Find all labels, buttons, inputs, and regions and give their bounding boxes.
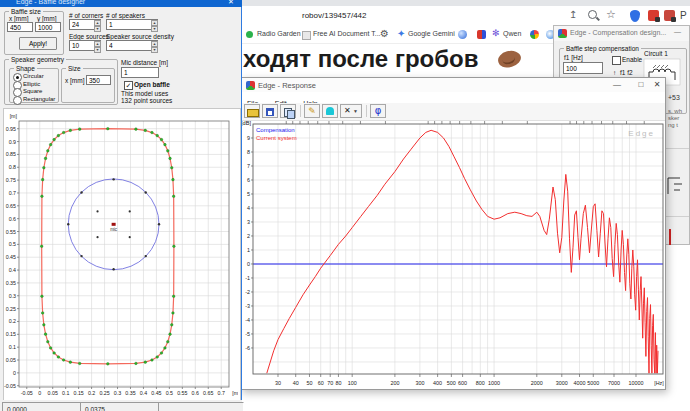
- baffle-size-legend: Baffle size: [9, 8, 43, 15]
- svg-text:200: 200: [390, 380, 399, 386]
- svg-text:10000: 10000: [628, 380, 643, 386]
- svg-text:0.65: 0.65: [6, 203, 16, 209]
- f1f2-arrow[interactable]: ↑: [613, 69, 616, 76]
- svg-text:0.5: 0.5: [9, 241, 16, 247]
- screenshot-stage: robov/139457/442 ↥ ☆ P Radio Garden Free…: [0, 0, 690, 411]
- baffle-size-group: Baffle size x [mm] y [mm] Apply!: [4, 11, 64, 55]
- bookmark-star-icon[interactable]: ☆: [606, 8, 616, 21]
- response-titlebar[interactable]: Edge - Response — □ ✕: [241, 78, 665, 92]
- favicon-pinwheel[interactable]: [530, 30, 539, 39]
- axis-labels: 3040506070801002003004005006008001000200…: [241, 120, 665, 386]
- f1-input[interactable]: [563, 62, 603, 74]
- edge-sources-spinner[interactable]: ▲▼: [94, 41, 101, 50]
- mic-distance-input[interactable]: [121, 67, 159, 78]
- phase-button[interactable]: φ: [370, 104, 386, 118]
- enable-checkbox[interactable]: [612, 56, 621, 65]
- density-spinner[interactable]: ▲▼: [151, 41, 158, 50]
- svg-text:0.2: 0.2: [88, 390, 95, 396]
- svg-text:80: 80: [335, 380, 341, 386]
- minimize-button[interactable]: —: [607, 78, 627, 92]
- shape-group: Shape Circular Elliptic Square Rectangul…: [9, 68, 59, 103]
- open-baffle-checkbox[interactable]: ✓: [124, 81, 133, 90]
- baffle-y-input[interactable]: [35, 22, 61, 32]
- svg-text:0.1: 0.1: [9, 344, 16, 350]
- bean-emoji: [496, 48, 522, 69]
- response-title: Edge - Response: [258, 81, 316, 90]
- favicon-blue-swirl[interactable]: [458, 30, 467, 39]
- bell-icon: [326, 107, 334, 115]
- svg-text:30: 30: [275, 380, 281, 386]
- svg-text:0.7: 0.7: [218, 390, 225, 396]
- curves: [253, 130, 663, 373]
- open-button[interactable]: [244, 104, 260, 118]
- density-label: Speaker source density: [106, 33, 174, 40]
- status-cell-mid: 0.0375: [80, 402, 160, 411]
- svg-text:0: 0: [13, 370, 16, 376]
- share-icon[interactable]: ↥: [569, 9, 577, 20]
- response-toolbar: ✎ ✕ ▼ φ: [241, 103, 665, 121]
- edit-pencil-button[interactable]: ✎: [304, 104, 320, 118]
- size-legend: Size: [66, 65, 83, 72]
- svg-text:-0.05: -0.05: [21, 390, 33, 396]
- svg-text:0.6: 0.6: [192, 390, 199, 396]
- response-window: Edge - Response — □ ✕ File Edit Help ✎: [240, 77, 666, 390]
- baffle-title: Edge - Baffle designer: [16, 0, 85, 5]
- apply-button[interactable]: Apply!: [19, 37, 57, 50]
- compensation-titlebar[interactable]: Edge - Compensation design... —: [554, 26, 689, 41]
- svg-text:0.55: 0.55: [6, 229, 16, 235]
- corners-spinner[interactable]: ▲▼: [94, 20, 101, 29]
- save-button[interactable]: [262, 104, 278, 118]
- svg-text:0: 0: [38, 390, 41, 396]
- baffle-titlebar[interactable]: Edge - Baffle designer ✕: [0, 0, 242, 7]
- svg-text:800: 800: [476, 380, 485, 386]
- radio-elliptic-label: Elliptic: [23, 81, 40, 87]
- svg-text:3000: 3000: [556, 380, 568, 386]
- favicon-red-blue[interactable]: [477, 30, 486, 39]
- svg-text:7000: 7000: [608, 380, 620, 386]
- size-x-input[interactable]: [86, 75, 111, 85]
- open-folder-icon: [247, 109, 259, 117]
- svg-text:-0.05: -0.05: [4, 383, 16, 389]
- baffle-plot-panel: -0.0500.050.10.150.20.250.30.350.40.450.…: [3, 108, 241, 402]
- mic-distance-label: Mic distance [m]: [121, 59, 168, 66]
- copy-button[interactable]: [280, 104, 296, 118]
- svg-text:mic: mic: [110, 227, 118, 232]
- speaker-geometry-group: Speaker geometry Shape Circular Elliptic…: [4, 59, 118, 105]
- close-button[interactable]: ✕: [647, 78, 667, 92]
- axis-labels: -0.0500.050.10.150.20.250.30.350.40.450.…: [4, 113, 238, 396]
- close-icon[interactable]: ✕: [228, 0, 234, 6]
- svg-text:0.9: 0.9: [9, 139, 16, 145]
- copy-icon-back: [287, 110, 295, 119]
- svg-text:5000: 5000: [587, 380, 599, 386]
- response-menubar: File Edit Help: [241, 92, 665, 103]
- baffle-x-input[interactable]: [7, 22, 33, 32]
- response-plot: 3040506070801002003004005006008001000200…: [241, 120, 665, 390]
- edge-source-dots: [40, 127, 175, 365]
- bookmark-gemini[interactable]: Google Gemini: [408, 30, 455, 37]
- bookmark-qwen[interactable]: Qwen: [503, 30, 521, 37]
- toolbar-separator: [300, 105, 301, 117]
- bookmark-free-ai[interactable]: Free AI Document T...: [313, 30, 381, 37]
- svg-text:-2: -2: [245, 289, 250, 295]
- radio-rectangular[interactable]: [13, 96, 22, 105]
- svg-text:0.45: 0.45: [6, 254, 16, 260]
- baffle-outline: [42, 129, 174, 364]
- toolbar-separator: [366, 105, 367, 117]
- app-icon: [558, 29, 567, 38]
- gear-icon[interactable]: ⚙: [380, 28, 389, 39]
- speakers-spinner[interactable]: ▲▼: [151, 20, 158, 29]
- document-favicon: [302, 31, 311, 40]
- svg-text:0.25: 0.25: [6, 306, 16, 312]
- url-text[interactable]: robov/139457/442: [302, 11, 367, 20]
- svg-text:0.55: 0.55: [177, 390, 187, 396]
- edge-watermark: Edge: [628, 129, 655, 138]
- svg-text:60: 60: [318, 380, 324, 386]
- shield-extension-icon[interactable]: [630, 10, 640, 22]
- bell-button[interactable]: [322, 104, 338, 118]
- svg-text:2: 2: [247, 233, 250, 239]
- delete-curve-button[interactable]: ✕ ▼: [340, 104, 362, 118]
- profile-letter[interactable]: P: [680, 10, 687, 21]
- minimize-icon[interactable]: —: [674, 28, 681, 35]
- bookmark-radio-garden[interactable]: Radio Garden: [257, 30, 301, 37]
- svg-text:-3: -3: [245, 303, 250, 309]
